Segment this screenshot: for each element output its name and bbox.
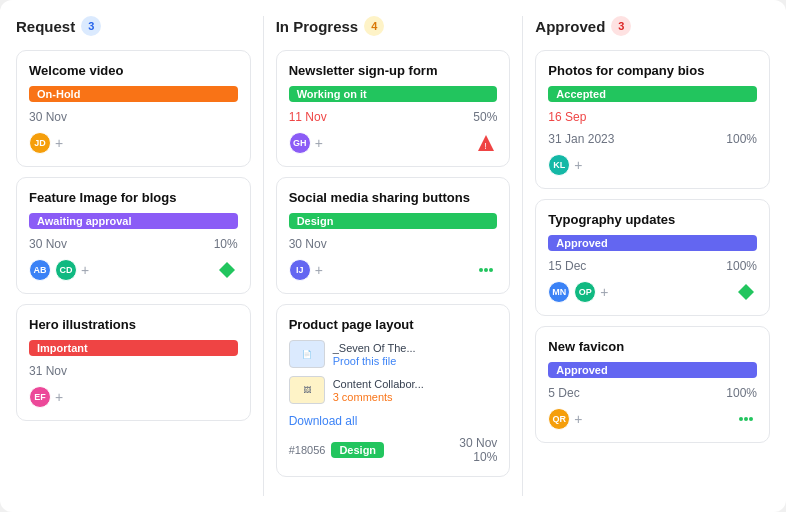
- diamond-green-icon: [735, 281, 757, 303]
- column-badge: 3: [81, 16, 101, 36]
- download-all-link[interactable]: Download all: [289, 414, 498, 428]
- file-action[interactable]: 3 comments: [333, 391, 424, 403]
- card-date-percent-group: 30 Nov10%: [459, 436, 497, 464]
- card-meta: 5 Dec100%: [548, 386, 757, 400]
- card-meta: 30 Nov10%: [29, 237, 238, 251]
- add-avatar-button[interactable]: +: [315, 135, 323, 151]
- card-title: Hero illustrations: [29, 317, 238, 332]
- card-tag: Working on it: [289, 86, 498, 102]
- card-bottom-meta: #18056Design30 Nov10%: [289, 436, 498, 464]
- avatar-group: IJ+: [289, 259, 323, 281]
- card-date-secondary: 31 Jan 2023: [548, 132, 614, 146]
- avatar: OP: [574, 281, 596, 303]
- card: Product page layout📄_Seven Of The...Proo…: [276, 304, 511, 477]
- card-date: 30 Nov: [29, 110, 67, 124]
- avatar-group: MNOP+: [548, 281, 608, 303]
- card-id-tag-group: #18056Design: [289, 442, 384, 458]
- svg-point-8: [744, 417, 748, 421]
- file-name: Content Collabor...: [333, 378, 424, 390]
- avatar-icon-row: QR+: [548, 408, 757, 430]
- avatar-icon-row: GH+!: [289, 132, 498, 154]
- column-divider: [522, 16, 523, 496]
- card-tag: Accepted: [548, 86, 757, 102]
- svg-point-5: [489, 268, 493, 272]
- avatar: MN: [548, 281, 570, 303]
- svg-marker-0: [219, 262, 235, 278]
- file-info: Content Collabor...3 comments: [333, 378, 424, 403]
- avatar-group: EF+: [29, 386, 63, 408]
- dots-green-icon: [475, 259, 497, 281]
- column-title: Approved: [535, 18, 605, 35]
- card-id: #18056: [289, 444, 326, 456]
- column-approved: Approved3Photos for company biosAccepted…: [535, 16, 770, 496]
- card-tag: Approved: [548, 362, 757, 378]
- add-avatar-button[interactable]: +: [600, 284, 608, 300]
- file-item: 🖼Content Collabor...3 comments: [289, 376, 498, 404]
- avatar: QR: [548, 408, 570, 430]
- card-title: New favicon: [548, 339, 757, 354]
- avatar: GH: [289, 132, 311, 154]
- card-date: 31 Nov: [29, 364, 67, 378]
- avatar: JD: [29, 132, 51, 154]
- card-date: 15 Dec: [548, 259, 586, 273]
- card-percent: 50%: [473, 110, 497, 124]
- card-tag: Awaiting approval: [29, 213, 238, 229]
- diamond-green-icon: [216, 259, 238, 281]
- column-divider: [263, 16, 264, 496]
- card-meta: 30 Nov: [29, 110, 238, 124]
- file-info: _Seven Of The...Proof this file: [333, 342, 416, 367]
- card-tag: On-Hold: [29, 86, 238, 102]
- card: Typography updatesApproved15 Dec100%MNOP…: [535, 199, 770, 316]
- add-avatar-button[interactable]: +: [55, 135, 63, 151]
- avatar: AB: [29, 259, 51, 281]
- add-avatar-button[interactable]: +: [315, 262, 323, 278]
- card-meta: 15 Dec100%: [548, 259, 757, 273]
- card: Photos for company biosAccepted16 Sep31 …: [535, 50, 770, 189]
- card-date-primary: 16 Sep: [548, 110, 757, 124]
- avatar-icon-row: ABCD+: [29, 259, 238, 281]
- column-title: In Progress: [276, 18, 359, 35]
- card-percent: 10%: [473, 450, 497, 464]
- card: Hero illustrationsImportant31 NovEF+: [16, 304, 251, 421]
- file-thumbnail: 📄: [289, 340, 325, 368]
- card: New faviconApproved5 Dec100%QR+: [535, 326, 770, 443]
- card-title: Social media sharing buttons: [289, 190, 498, 205]
- card-meta: 11 Nov50%: [289, 110, 498, 124]
- add-avatar-button[interactable]: +: [574, 411, 582, 427]
- card-date: 5 Dec: [548, 386, 579, 400]
- card-tag: Approved: [548, 235, 757, 251]
- avatar-group: ABCD+: [29, 259, 89, 281]
- add-avatar-button[interactable]: +: [81, 262, 89, 278]
- avatar-group: JD+: [29, 132, 63, 154]
- card-title: Product page layout: [289, 317, 498, 332]
- dots-green-icon: [735, 408, 757, 430]
- card-title: Newsletter sign-up form: [289, 63, 498, 78]
- card: Feature Image for blogsAwaiting approval…: [16, 177, 251, 294]
- card-percent: 100%: [726, 132, 757, 146]
- card-percent: 100%: [726, 259, 757, 273]
- avatar: CD: [55, 259, 77, 281]
- column-title: Request: [16, 18, 75, 35]
- column-request: Request3Welcome videoOn-Hold30 NovJD+Fea…: [16, 16, 251, 496]
- file-item: 📄_Seven Of The...Proof this file: [289, 340, 498, 368]
- svg-point-4: [484, 268, 488, 272]
- svg-point-9: [749, 417, 753, 421]
- avatar-icon-row: MNOP+: [548, 281, 757, 303]
- add-avatar-button[interactable]: +: [574, 157, 582, 173]
- file-action[interactable]: Proof this file: [333, 355, 416, 367]
- card: Welcome videoOn-Hold30 NovJD+: [16, 50, 251, 167]
- avatar-group: GH+: [289, 132, 323, 154]
- card-title: Welcome video: [29, 63, 238, 78]
- kanban-board: Request3Welcome videoOn-Hold30 NovJD+Fea…: [0, 0, 786, 512]
- column-header-request: Request3: [16, 16, 251, 36]
- column-badge: 3: [611, 16, 631, 36]
- card-title: Typography updates: [548, 212, 757, 227]
- avatar: EF: [29, 386, 51, 408]
- svg-point-3: [479, 268, 483, 272]
- column-inprogress: In Progress4Newsletter sign-up formWorki…: [276, 16, 511, 496]
- add-avatar-button[interactable]: +: [55, 389, 63, 405]
- card-percent: 100%: [726, 386, 757, 400]
- card-tag: Design: [289, 213, 498, 229]
- card: Social media sharing buttonsDesign30 Nov…: [276, 177, 511, 294]
- avatar-row: KL+: [548, 154, 757, 176]
